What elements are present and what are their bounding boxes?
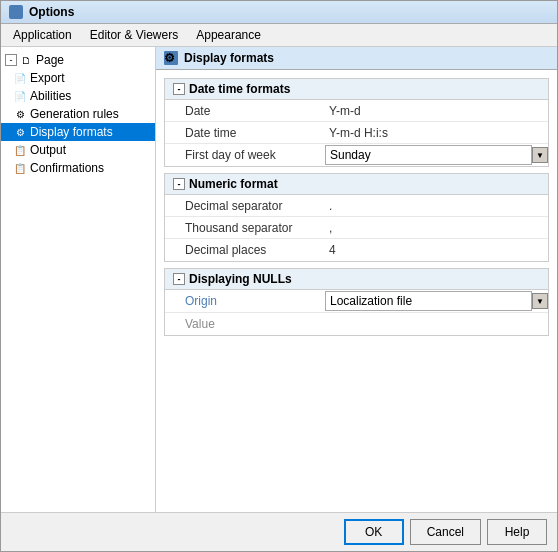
row-date: Date Y-m-d: [165, 100, 548, 122]
display-icon: ⚙: [13, 125, 27, 139]
sidebar-label-display: Display formats: [30, 125, 113, 139]
label-decimal-sep: Decimal separator: [165, 196, 325, 216]
value-date: Y-m-d: [325, 102, 548, 120]
collapse-nulls-icon[interactable]: -: [173, 273, 185, 285]
value-thousand-sep: ,: [325, 219, 548, 237]
collapse-numeric-icon[interactable]: -: [173, 178, 185, 190]
panel-title: Display formats: [184, 51, 274, 65]
row-thousand-sep: Thousand separator ,: [165, 217, 548, 239]
section-datetime: - Date time formats Date Y-m-d Date time…: [164, 78, 549, 167]
sidebar-label-export: Export: [30, 71, 65, 85]
section-title-datetime: Date time formats: [189, 82, 290, 96]
sidebar-item-page[interactable]: - 🗋 Page: [1, 51, 155, 69]
page-icon: 🗋: [19, 53, 33, 67]
row-datetime: Date time Y-m-d H:i:s: [165, 122, 548, 144]
menu-bar: Application Editor & Viewers Appearance: [1, 24, 557, 47]
sidebar-item-generation-rules[interactable]: ⚙ Generation rules: [1, 105, 155, 123]
generation-icon: ⚙: [13, 107, 27, 121]
menu-appearance[interactable]: Appearance: [188, 26, 269, 44]
sidebar-label-confirmations: Confirmations: [30, 161, 104, 175]
section-header-nulls: - Displaying NULLs: [165, 269, 548, 290]
sidebar-label-page: Page: [36, 53, 64, 67]
value-datetime: Y-m-d H:i:s: [325, 124, 548, 142]
sidebar-item-output[interactable]: 📋 Output: [1, 141, 155, 159]
abilities-icon: 📄: [13, 89, 27, 103]
section-title-numeric: Numeric format: [189, 177, 278, 191]
section-nulls: - Displaying NULLs Origin Localization f…: [164, 268, 549, 336]
title-bar: Options: [1, 1, 557, 24]
sidebar: - 🗋 Page 📄 Export 📄 Abilities ⚙ Generati…: [1, 47, 156, 512]
output-icon: 📋: [13, 143, 27, 157]
label-first-day: First day of week: [165, 145, 325, 165]
value-decimal-places: 4: [325, 241, 548, 259]
dropdown-origin-arrow[interactable]: ▼: [532, 293, 548, 309]
label-origin: Origin: [165, 291, 325, 311]
dropdown-origin[interactable]: Localization file: [325, 291, 532, 311]
section-header-datetime: - Date time formats: [165, 79, 548, 100]
sidebar-label-generation: Generation rules: [30, 107, 119, 121]
section-title-nulls: Displaying NULLs: [189, 272, 292, 286]
bottom-bar: OK Cancel Help: [1, 512, 557, 551]
row-origin: Origin Localization file ▼: [165, 290, 548, 313]
label-thousand-sep: Thousand separator: [165, 218, 325, 238]
window-title: Options: [29, 5, 74, 19]
main-panel: ⚙ Display formats - Date time formats Da…: [156, 47, 557, 512]
dropdown-origin-container: Localization file ▼: [325, 290, 548, 312]
expand-page-icon[interactable]: -: [5, 54, 17, 66]
export-icon: 📄: [13, 71, 27, 85]
dropdown-first-day-arrow[interactable]: ▼: [532, 147, 548, 163]
help-button[interactable]: Help: [487, 519, 547, 545]
sidebar-label-abilities: Abilities: [30, 89, 71, 103]
settings-content: - Date time formats Date Y-m-d Date time…: [156, 70, 557, 350]
value-null-value: [325, 322, 548, 326]
sidebar-item-export[interactable]: 📄 Export: [1, 69, 155, 87]
sidebar-item-confirmations[interactable]: 📋 Confirmations: [1, 159, 155, 177]
cancel-button[interactable]: Cancel: [410, 519, 481, 545]
section-numeric: - Numeric format Decimal separator . Tho…: [164, 173, 549, 262]
value-decimal-sep: .: [325, 197, 548, 215]
row-decimal-places: Decimal places 4: [165, 239, 548, 261]
row-null-value: Value: [165, 313, 548, 335]
row-decimal-sep: Decimal separator .: [165, 195, 548, 217]
sidebar-item-abilities[interactable]: 📄 Abilities: [1, 87, 155, 105]
dropdown-first-day-container: Sunday ▼: [325, 144, 548, 166]
row-first-day: First day of week Sunday ▼: [165, 144, 548, 166]
label-null-value: Value: [165, 314, 325, 334]
panel-header: ⚙ Display formats: [156, 47, 557, 70]
label-datetime: Date time: [165, 123, 325, 143]
label-date: Date: [165, 101, 325, 121]
sidebar-label-output: Output: [30, 143, 66, 157]
menu-application[interactable]: Application: [5, 26, 80, 44]
panel-icon: ⚙: [164, 51, 178, 65]
dropdown-first-day[interactable]: Sunday: [325, 145, 532, 165]
dropdown-origin-value: Localization file: [330, 294, 412, 308]
dropdown-first-day-value: Sunday: [330, 148, 371, 162]
label-decimal-places: Decimal places: [165, 240, 325, 260]
sidebar-item-display-formats[interactable]: ⚙ Display formats: [1, 123, 155, 141]
confirm-icon: 📋: [13, 161, 27, 175]
window-icon: [9, 5, 23, 19]
section-header-numeric: - Numeric format: [165, 174, 548, 195]
ok-button[interactable]: OK: [344, 519, 404, 545]
content-area: - 🗋 Page 📄 Export 📄 Abilities ⚙ Generati…: [1, 47, 557, 512]
menu-editor-viewers[interactable]: Editor & Viewers: [82, 26, 186, 44]
collapse-datetime-icon[interactable]: -: [173, 83, 185, 95]
options-window: Options Application Editor & Viewers App…: [0, 0, 558, 552]
